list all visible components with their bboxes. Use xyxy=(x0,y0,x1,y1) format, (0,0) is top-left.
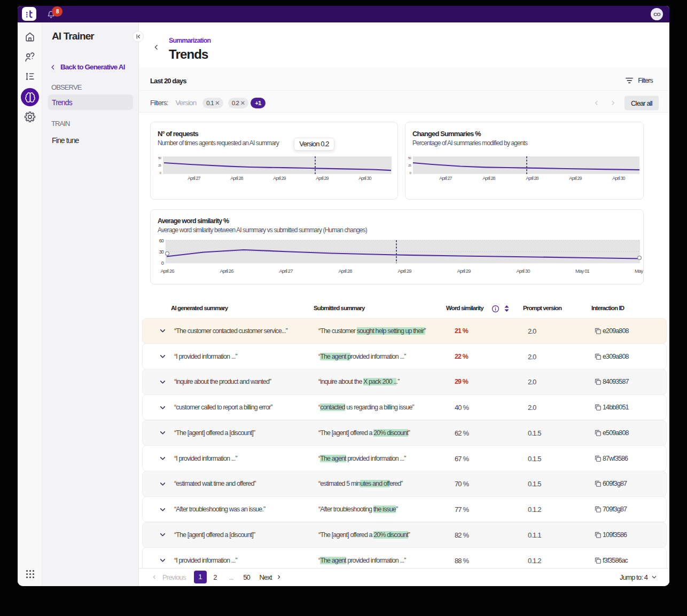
svg-text:April 27: April 27 xyxy=(279,268,293,274)
svg-text:May 01: May 01 xyxy=(575,268,589,274)
svg-text:April 30: April 30 xyxy=(358,176,371,181)
svg-text:60: 60 xyxy=(159,238,164,243)
svg-text:April 29: April 29 xyxy=(457,268,471,274)
svg-text:25: 25 xyxy=(158,164,161,167)
svg-text:April 28: April 28 xyxy=(230,176,243,181)
svg-text:April 27: April 27 xyxy=(439,176,452,181)
svg-text:0: 0 xyxy=(160,171,162,175)
svg-text:April 28: April 28 xyxy=(482,176,495,181)
svg-text:April 26: April 26 xyxy=(160,268,174,274)
svg-text:50: 50 xyxy=(158,156,161,160)
svg-text:25: 25 xyxy=(408,164,411,167)
svg-text:April 29: April 29 xyxy=(397,268,411,274)
svg-text:April 28: April 28 xyxy=(526,176,538,181)
svg-text:April 29: April 29 xyxy=(273,176,286,181)
svg-text:50: 50 xyxy=(408,156,411,160)
svg-text:April 26: April 26 xyxy=(220,268,233,274)
svg-text:April 27: April 27 xyxy=(188,176,200,181)
svg-text:0: 0 xyxy=(410,171,412,175)
svg-text:0: 0 xyxy=(161,260,164,266)
svg-text:30: 30 xyxy=(159,249,164,255)
svg-text:April 29: April 29 xyxy=(569,176,582,181)
svg-text:April 30: April 30 xyxy=(612,176,625,181)
svg-text:April 29: April 29 xyxy=(316,176,329,181)
svg-text:May 02: May 02 xyxy=(635,268,643,274)
svg-text:April 30: April 30 xyxy=(516,268,530,274)
svg-text:April 28: April 28 xyxy=(338,268,352,274)
